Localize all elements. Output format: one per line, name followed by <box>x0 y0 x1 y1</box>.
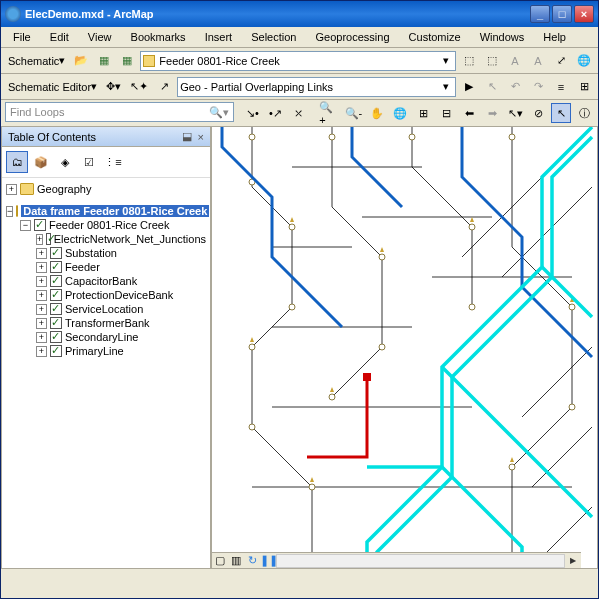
expand-icon[interactable]: + <box>36 248 47 259</box>
fixed-zoom-in-icon[interactable]: ⊞ <box>413 103 433 123</box>
expand-icon[interactable]: + <box>36 290 47 301</box>
checkbox[interactable] <box>46 233 51 245</box>
tree-layer[interactable]: +SecondaryLine <box>36 330 206 344</box>
menu-selection[interactable]: Selection <box>243 29 304 45</box>
undo-icon[interactable]: ↶ <box>505 77 525 97</box>
scroll-right-icon[interactable]: ▶ <box>565 556 581 565</box>
menu-insert[interactable]: Insert <box>197 29 241 45</box>
list-drawing-order-icon[interactable]: 🗂 <box>6 151 28 173</box>
expand-icon[interactable]: + <box>36 276 47 287</box>
options-icon[interactable]: ⋮≡ <box>102 151 124 173</box>
tree-dataframe[interactable]: − Data frame Feeder 0801-Rice Creek <box>6 204 206 218</box>
close-button[interactable]: × <box>574 5 594 23</box>
scale-icon[interactable]: ⤢ <box>551 51 571 71</box>
list-source-icon[interactable]: 📦 <box>30 151 52 173</box>
search-input[interactable]: Find Loops 🔍▾ <box>5 102 234 122</box>
apply-layout-icon[interactable]: ▶ <box>459 77 479 97</box>
text-a2-icon[interactable]: A <box>528 51 548 71</box>
menu-edit[interactable]: Edit <box>42 29 77 45</box>
checkbox[interactable] <box>50 275 62 287</box>
checkbox[interactable] <box>50 303 62 315</box>
tree-layer[interactable]: +CapacitorBank <box>36 274 206 288</box>
tree-layer[interactable]: +Substation <box>36 246 206 260</box>
toc-close-icon[interactable]: × <box>198 131 204 143</box>
checkbox[interactable] <box>50 317 62 329</box>
collapse-icon[interactable]: − <box>20 220 31 231</box>
tree-geography[interactable]: + Geography <box>6 182 206 196</box>
maximize-button[interactable]: □ <box>552 5 572 23</box>
props-icon[interactable]: ⊞ <box>574 77 594 97</box>
refresh-icon[interactable]: 🌐 <box>574 51 594 71</box>
pin-icon[interactable]: ⬓ <box>182 130 192 143</box>
back-icon[interactable]: ⬅ <box>459 103 479 123</box>
tree-layer[interactable]: +ElectricNetwork_Net_Junctions <box>36 232 206 246</box>
menu-customize[interactable]: Customize <box>401 29 469 45</box>
feeder-dropdown[interactable]: Feeder 0801-Rice Creek ▾ <box>140 51 456 71</box>
text-a-icon[interactable]: A <box>505 51 525 71</box>
propagate-icon[interactable]: ⬚ <box>459 51 479 71</box>
fixed-zoom-out-icon[interactable]: ⊟ <box>436 103 456 123</box>
selectelem-icon[interactable]: ↖ <box>551 103 571 123</box>
pointer-icon[interactable]: ↖ <box>482 77 502 97</box>
pan-icon[interactable]: ✋ <box>367 103 387 123</box>
propagate2-icon[interactable]: ⬚ <box>482 51 502 71</box>
expand-icon[interactable]: + <box>36 262 47 273</box>
expand-icon[interactable]: + <box>36 332 47 343</box>
edit-move-icon[interactable]: ✥▾ <box>103 77 124 97</box>
update-icon[interactable]: ▦ <box>117 51 137 71</box>
schematic-editor-menu[interactable]: Schematic Editor ▾ <box>5 77 100 97</box>
layout-task-icon[interactable]: ↗ <box>154 77 174 97</box>
search-icon[interactable]: 🔍▾ <box>209 106 229 119</box>
map-view[interactable]: ▢ ▥ ↻ ❚❚ ▶ <box>211 126 598 569</box>
open-icon[interactable]: 📂 <box>71 51 91 71</box>
minimize-button[interactable]: _ <box>530 5 550 23</box>
tree-layer[interactable]: +ProtectionDeviceBank <box>36 288 206 302</box>
clearselect-icon[interactable]: ⊘ <box>528 103 548 123</box>
menu-view[interactable]: View <box>80 29 120 45</box>
identify-icon[interactable]: ⓘ <box>574 103 594 123</box>
pause-draw-icon[interactable]: ❚❚ <box>260 554 276 567</box>
menu-help[interactable]: Help <box>535 29 574 45</box>
checkbox[interactable] <box>50 331 62 343</box>
layout-view-icon[interactable]: ▥ <box>228 554 244 567</box>
menu-file[interactable]: File <box>5 29 39 45</box>
expand-icon[interactable]: + <box>36 346 47 357</box>
tree-layer[interactable]: +Feeder <box>36 260 206 274</box>
tree-layer[interactable]: +ServiceLocation <box>36 302 206 316</box>
refresh-view-icon[interactable]: ↻ <box>244 554 260 567</box>
trace-icon[interactable]: ↘• <box>242 103 262 123</box>
checkbox[interactable] <box>50 345 62 357</box>
schematic-menu[interactable]: Schematic ▾ <box>5 51 68 71</box>
horizontal-scrollbar[interactable] <box>276 554 565 568</box>
trace3-icon[interactable]: ⤫ <box>288 103 308 123</box>
expand-icon[interactable]: + <box>6 184 17 195</box>
trace2-icon[interactable]: •↗ <box>265 103 285 123</box>
collapse-icon[interactable]: − <box>6 206 13 217</box>
redo-icon[interactable]: ↷ <box>528 77 548 97</box>
generate-icon[interactable]: ▦ <box>94 51 114 71</box>
data-view-icon[interactable]: ▢ <box>212 554 228 567</box>
checkbox[interactable] <box>50 289 62 301</box>
expand-icon[interactable]: + <box>36 304 47 315</box>
expand-icon[interactable]: + <box>36 234 43 245</box>
zoom-out-icon[interactable]: 🔍- <box>343 103 364 123</box>
forward-icon[interactable]: ➡ <box>482 103 502 123</box>
full-extent-icon[interactable]: 🌐 <box>390 103 410 123</box>
select-icon[interactable]: ↖✦ <box>127 77 151 97</box>
menu-bookmarks[interactable]: Bookmarks <box>123 29 194 45</box>
expand-icon[interactable]: + <box>36 318 47 329</box>
menu-windows[interactable]: Windows <box>472 29 533 45</box>
tree-layer[interactable]: +PrimaryLine <box>36 344 206 358</box>
tree-layer[interactable]: +TransformerBank <box>36 316 206 330</box>
checkbox[interactable] <box>34 219 46 231</box>
layout-dropdown[interactable]: Geo - Partial Overlapping Links ▾ <box>177 77 456 97</box>
zoom-in-icon[interactable]: 🔍+ <box>316 103 340 123</box>
list-visibility-icon[interactable]: ◈ <box>54 151 76 173</box>
select-features-icon[interactable]: ↖▾ <box>505 103 525 123</box>
tree-feeder[interactable]: − Feeder 0801-Rice Creek <box>20 218 206 232</box>
align-icon[interactable]: ≡ <box>551 77 571 97</box>
list-selection-icon[interactable]: ☑ <box>78 151 100 173</box>
checkbox[interactable] <box>50 247 62 259</box>
menu-geoprocessing[interactable]: Geoprocessing <box>308 29 398 45</box>
checkbox[interactable] <box>50 261 62 273</box>
